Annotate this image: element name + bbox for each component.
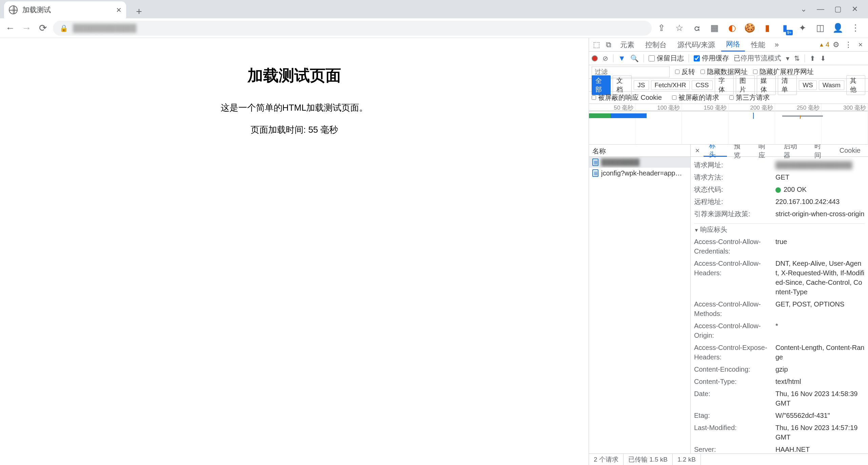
header-value: GET [775,172,789,182]
chip-wasm[interactable]: Wasm [819,80,844,90]
forward-button[interactable]: → [20,22,33,34]
tab-title: 加载测试 [22,5,114,15]
tab-headers[interactable]: 标头 [704,145,727,157]
minimize-icon[interactable]: — [817,5,824,14]
url-text: ████████████ [73,24,136,33]
ext-badge-icon[interactable]: ▮ [779,22,791,34]
new-tab-button[interactable]: + [132,5,146,18]
window-controls: ⌄ — ▢ ✕ [801,0,868,18]
inspect-icon[interactable]: ⬚ [591,39,602,50]
headers-panel[interactable]: 请求网址:████████████████请求方法:GET状态代码:200 OK… [691,157,868,453]
network-statusbar: 2 个请求 已传输 1.5 kB 1.2 kB [589,453,868,465]
header-key: 远程地址: [694,197,775,206]
page-content: 加载测试页面 这是一个简单的HTML加载测试页面。 页面加载时间: 55 毫秒 [0,38,589,465]
tab-network[interactable]: 网络 [721,38,745,52]
status-resources: 1.2 kB [673,454,701,465]
device-icon[interactable]: ⧉ [603,39,614,50]
tab-response[interactable]: 响应 [753,145,776,157]
blocked-req-checkbox[interactable]: 被屏蔽的请求 [672,93,719,102]
tab-performance[interactable]: 性能 [746,38,770,52]
tick: 150 毫秒 [682,104,728,111]
tab-elements[interactable]: 元素 [615,38,639,52]
search-icon[interactable]: 🔍 [630,54,639,62]
tab-initiator[interactable]: 启动器 [778,145,808,157]
chip-js[interactable]: JS [634,80,649,90]
timeline-mark [753,113,754,119]
upload-icon[interactable]: ⬆ [810,54,815,62]
settings-icon[interactable]: ⚙ [831,39,842,50]
response-headers-title[interactable]: 响应标头 [694,225,865,234]
header-value: true [775,237,787,256]
ext-2-icon[interactable]: ▦ [709,22,720,34]
header-value: 220.167.100.242:443 [775,197,840,206]
document-icon [592,159,598,166]
invert-checkbox[interactable]: 反转 [675,67,695,76]
tab-preview[interactable]: 预览 [728,145,752,157]
browser-toolbar: ← → ⟳ 🔒 ████████████ ⇪ ☆ ᘳ ▦ ◐ 🍪 ▮ ▮ ✦ ◫… [0,18,868,38]
sidepanel-icon[interactable]: ◫ [814,22,826,34]
name-column-header[interactable]: 名称 [589,145,690,157]
chip-xhr[interactable]: Fetch/XHR [651,80,690,90]
extensions-icon[interactable]: ✦ [797,22,808,34]
kebab-icon[interactable]: ⋮ [843,39,854,50]
bookmark-icon[interactable]: ☆ [673,22,685,34]
hide-ext-checkbox[interactable]: 隐藏扩展程序网址 [753,67,814,76]
browser-tab[interactable]: 加载测试 × [4,1,126,18]
chip-ws[interactable]: WS [799,80,817,90]
throttling-select[interactable]: 已停用节流模式 [734,54,781,63]
close-tab-icon[interactable]: × [116,5,121,15]
chip-css[interactable]: CSS [692,80,712,90]
clear-icon[interactable]: ⊘ [603,54,608,62]
network-timeline[interactable]: 50 毫秒 100 毫秒 150 毫秒 200 毫秒 250 毫秒 300 毫秒 [589,104,868,145]
request-row[interactable]: ████████ [589,157,690,168]
globe-icon [9,5,18,14]
address-bar[interactable]: 🔒 ████████████ [53,21,652,36]
status-requests: 2 个请求 [589,454,624,465]
ext-cookie-icon[interactable]: 🍪 [744,22,755,34]
tab-cookies[interactable]: Cookie [834,145,866,157]
preserve-log-checkbox[interactable]: 保留日志 [649,54,684,63]
request-row[interactable]: jconfig?wpk-header=app%3Df… [589,168,690,179]
toolbar-right-icons: ⇪ ☆ ᘳ ▦ ◐ 🍪 ▮ ▮ ✦ ◫ 👤 ⋮ [656,22,864,34]
page-load-time: 页面加载时间: 55 毫秒 [0,124,589,136]
lock-icon: 🔒 [60,24,68,32]
header-value: Content-Length, Content-Range [775,343,865,362]
close-window-icon[interactable]: ✕ [852,5,858,14]
close-devtools-icon[interactable]: × [855,39,866,50]
menu-icon[interactable]: ⋮ [850,22,861,34]
hide-data-checkbox[interactable]: 隐藏数据网址 [701,67,748,76]
profile-icon[interactable]: 👤 [832,22,844,34]
ext-powerpoint-icon[interactable]: ▮ [762,22,773,34]
tab-sources[interactable]: 源代码/来源 [673,38,720,52]
window-titlebar: 加载测试 × + ⌄ — ▢ ✕ [0,0,868,18]
tab-timing[interactable]: 时间 [809,145,832,157]
page-desc: 这是一个简单的HTML加载测试页面。 [0,102,589,114]
download-icon[interactable]: ⬇ [820,54,826,62]
disable-cache-checkbox[interactable]: 停用缓存 [694,54,729,63]
record-icon[interactable] [592,55,598,61]
header-key: Last-Modified: [694,423,775,442]
warnings-badge[interactable]: 4 [819,41,829,49]
tab-console[interactable]: 控制台 [640,38,671,52]
more-tabs-icon[interactable]: » [771,39,782,50]
dropdown-icon[interactable]: ▾ [786,54,789,62]
tick: 100 毫秒 [635,104,682,111]
reload-button[interactable]: ⟳ [37,22,49,34]
status-dot-icon [775,187,781,193]
wifi-icon[interactable]: ⇅ [794,54,800,62]
header-key: Content-Type: [694,377,775,386]
share-icon[interactable]: ⇪ [656,22,667,34]
page-title: 加载测试页面 [0,65,589,86]
network-type-filter: 全部 文档 JS Fetch/XHR CSS 字体 图片 媒体 清单 WS Wa… [589,79,868,92]
blocked-cookie-checkbox[interactable]: 被屏蔽的响应 Cookie [592,93,662,102]
devtools-tabs: ⬚ ⧉ 元素 控制台 源代码/来源 网络 性能 » 4 ⚙ ⋮ × [589,38,868,52]
filter-icon[interactable]: ▼ [618,54,626,63]
back-button[interactable]: ← [4,22,16,34]
ext-1-icon[interactable]: ᘳ [691,22,703,34]
chevron-down-icon[interactable]: ⌄ [801,5,807,14]
ext-3-icon[interactable]: ◐ [726,22,738,34]
header-key: Access-Control-Allow-Headers: [694,259,775,297]
maximize-icon[interactable]: ▢ [834,5,842,14]
close-detail-icon[interactable]: × [693,146,702,155]
third-party-checkbox[interactable]: 第三方请求 [729,93,770,102]
